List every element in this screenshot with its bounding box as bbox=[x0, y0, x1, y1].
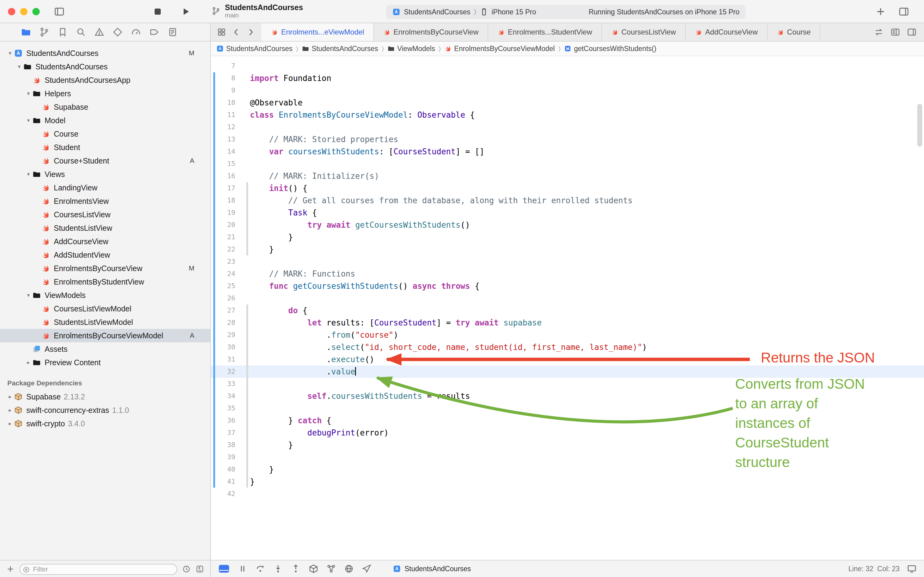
code-line[interactable]: 10 @Observable bbox=[211, 97, 924, 109]
code-line[interactable]: 8 import Foundation bbox=[211, 72, 924, 84]
toggle-debug-area-button[interactable] bbox=[218, 564, 230, 574]
tree-item-course[interactable]: Course bbox=[0, 127, 210, 140]
code-line[interactable]: 28 let results: [CourseStudent] = try aw… bbox=[211, 317, 924, 329]
code-line[interactable]: 15 bbox=[211, 158, 924, 170]
code-line[interactable]: 9 bbox=[211, 84, 924, 97]
code-line[interactable]: 41 } bbox=[211, 475, 924, 488]
tree-item-enrolmentsview[interactable]: EnrolmentsView bbox=[0, 194, 210, 208]
tree-item-supabase[interactable]: Supabase bbox=[0, 100, 210, 114]
back-icon[interactable] bbox=[232, 27, 241, 37]
source-editor[interactable]: 7 8 import Foundation 9 10 @Observable 1… bbox=[211, 56, 924, 560]
running-app-indicator[interactable]: StudentsAndCourses bbox=[393, 565, 471, 573]
zoom-button[interactable] bbox=[32, 8, 40, 15]
tree-item-studentsandcourses[interactable]: ▾ StudentsAndCourses bbox=[0, 60, 210, 73]
tab-addcourseview[interactable]: AddCourseView bbox=[685, 23, 768, 41]
step-over-button[interactable] bbox=[256, 564, 265, 574]
code-line[interactable]: 16 // MARK: Initializer(s) bbox=[211, 170, 924, 182]
code-line[interactable]: 27 do { bbox=[211, 305, 924, 317]
filter-input[interactable] bbox=[19, 564, 177, 575]
tab-enrolments-eviewmodel[interactable]: Enrolments...eViewModel bbox=[262, 23, 374, 41]
tree-item-swift-concurrency-extras[interactable]: ▸ swift-concurrency-extras 1.1.0 bbox=[0, 403, 210, 417]
editor-options-icon[interactable] bbox=[890, 27, 900, 37]
disclosure-triangle[interactable]: ▸ bbox=[6, 420, 14, 427]
code-line[interactable]: 29 .from("course") bbox=[211, 329, 924, 341]
code-line[interactable]: 11 class EnrolmentsByCourseViewModel: Ob… bbox=[211, 109, 924, 121]
run-button[interactable] bbox=[181, 7, 191, 16]
code-line[interactable]: 14 var coursesWithStudents: [CourseStude… bbox=[211, 145, 924, 158]
tree-item-landingview[interactable]: LandingView bbox=[0, 181, 210, 194]
project-navigator-button[interactable] bbox=[21, 27, 31, 37]
breadcrumb-enrolmentsbycourseviewmodel[interactable]: EnrolmentsByCourseViewModel bbox=[444, 45, 555, 53]
tree-item-views[interactable]: ▾ Views bbox=[0, 168, 210, 181]
find-navigator-button[interactable] bbox=[76, 27, 86, 37]
code-line[interactable]: 12 bbox=[211, 121, 924, 133]
code-line[interactable]: 24 // MARK: Functions bbox=[211, 268, 924, 280]
minimize-button[interactable] bbox=[20, 8, 27, 15]
code-line[interactable]: 18 // Get all courses from the database,… bbox=[211, 194, 924, 206]
disclosure-triangle[interactable]: ▸ bbox=[6, 407, 14, 414]
fold-ribbon[interactable] bbox=[246, 182, 248, 256]
reports-navigator-button[interactable] bbox=[167, 27, 178, 37]
tab-overview-icon[interactable] bbox=[217, 27, 226, 37]
issues-navigator-button[interactable] bbox=[94, 27, 105, 37]
disclosure-triangle[interactable]: ▸ bbox=[6, 393, 14, 400]
breakpoints-navigator-button[interactable] bbox=[149, 27, 159, 37]
tab-enrolmentsbycourseview[interactable]: EnrolmentsByCourseView bbox=[373, 23, 488, 41]
inspector-toggle-icon[interactable] bbox=[898, 6, 910, 17]
run-destination[interactable]: iPhone 15 Pro bbox=[492, 8, 536, 16]
code-line[interactable]: 20 try await getCoursesWithStudents() bbox=[211, 219, 924, 231]
disclosure-triangle[interactable]: ▾ bbox=[24, 90, 32, 97]
add-editor-icon[interactable] bbox=[907, 27, 917, 37]
add-button[interactable] bbox=[875, 6, 886, 17]
code-line[interactable]: 26 bbox=[211, 292, 924, 305]
debug-navigator-button[interactable] bbox=[131, 27, 141, 37]
fold-ribbon[interactable] bbox=[246, 305, 248, 488]
simulate-location-button[interactable] bbox=[362, 564, 372, 574]
display-target-icon[interactable] bbox=[907, 564, 917, 574]
code-line[interactable]: 21 } bbox=[211, 231, 924, 243]
sidebar-toggle-icon[interactable] bbox=[54, 6, 65, 17]
add-item-icon[interactable] bbox=[6, 564, 14, 573]
tree-item-addstudentview[interactable]: AddStudentView bbox=[0, 248, 210, 262]
disclosure-triangle[interactable]: ▾ bbox=[6, 50, 14, 56]
tree-item-supabase[interactable]: ▸ Supabase 2.13.2 bbox=[0, 390, 210, 403]
disclosure-triangle[interactable]: ▸ bbox=[24, 359, 32, 366]
activate-breakpoints-button[interactable] bbox=[238, 564, 248, 574]
tree-item-helpers[interactable]: ▾ Helpers bbox=[0, 87, 210, 100]
tree-item-addcourseview[interactable]: AddCourseView bbox=[0, 235, 210, 248]
code-line[interactable]: 13 // MARK: Storied properties bbox=[211, 133, 924, 145]
breadcrumb-studentsandcourses[interactable]: StudentsAndCourses bbox=[302, 45, 378, 53]
forward-icon[interactable] bbox=[246, 27, 256, 37]
breadcrumb-viewmodels[interactable]: ViewModels bbox=[388, 45, 435, 53]
code-line[interactable]: 7 bbox=[211, 60, 924, 72]
stop-button[interactable] bbox=[153, 7, 163, 16]
memory-graph-button[interactable] bbox=[326, 564, 336, 574]
tree-item-enrolmentsbycourseviewmodel[interactable]: EnrolmentsByCourseViewModel A bbox=[0, 329, 210, 342]
code-line[interactable]: 22 } bbox=[211, 243, 924, 256]
bookmarks-navigator-button[interactable] bbox=[58, 27, 68, 37]
tree-item-studentslistviewmodel[interactable]: StudentsListViewModel bbox=[0, 315, 210, 329]
scheme-name[interactable]: StudentsAndCourses bbox=[404, 8, 470, 16]
tree-item-studentsandcourses[interactable]: ▾ StudentsAndCourses M bbox=[0, 47, 210, 60]
tab-enrolments-studentview[interactable]: Enrolments...StudentView bbox=[488, 23, 602, 41]
tree-item-student[interactable]: Student bbox=[0, 140, 210, 154]
breadcrumb-studentsandcourses[interactable]: StudentsAndCourses bbox=[216, 45, 292, 53]
tab-course[interactable]: Course bbox=[767, 23, 820, 41]
tree-item-swift-crypto[interactable]: ▸ swift-crypto 3.4.0 bbox=[0, 417, 210, 430]
view-hierarchy-button[interactable] bbox=[309, 564, 319, 574]
source-control-filter-icon[interactable] bbox=[196, 564, 204, 573]
source-control-navigator-button[interactable] bbox=[39, 27, 50, 37]
tree-item-preview-content[interactable]: ▸ Preview Content bbox=[0, 356, 210, 369]
disclosure-triangle[interactable]: ▾ bbox=[24, 171, 32, 177]
tree-item-model[interactable]: ▾ Model bbox=[0, 114, 210, 127]
code-line[interactable]: 25 func getCoursesWithStudents() async t… bbox=[211, 280, 924, 292]
network-conditions-button[interactable] bbox=[344, 564, 354, 574]
tree-item-studentsandcoursesapp[interactable]: StudentsAndCoursesApp bbox=[0, 73, 210, 87]
tree-item-viewmodels[interactable]: ▾ ViewModels bbox=[0, 288, 210, 302]
tab-courseslistview[interactable]: CoursesListView bbox=[601, 23, 686, 41]
step-into-button[interactable] bbox=[273, 564, 283, 574]
activity-status-pill[interactable]: StudentsAndCourses 〉 iPhone 15 Pro Runni… bbox=[386, 5, 745, 19]
tree-item-enrolmentsbycourseview[interactable]: EnrolmentsByCourseView M bbox=[0, 262, 210, 275]
tree-item-enrolmentsbystudentview[interactable]: EnrolmentsByStudentView bbox=[0, 275, 210, 288]
step-out-button[interactable] bbox=[291, 564, 301, 574]
